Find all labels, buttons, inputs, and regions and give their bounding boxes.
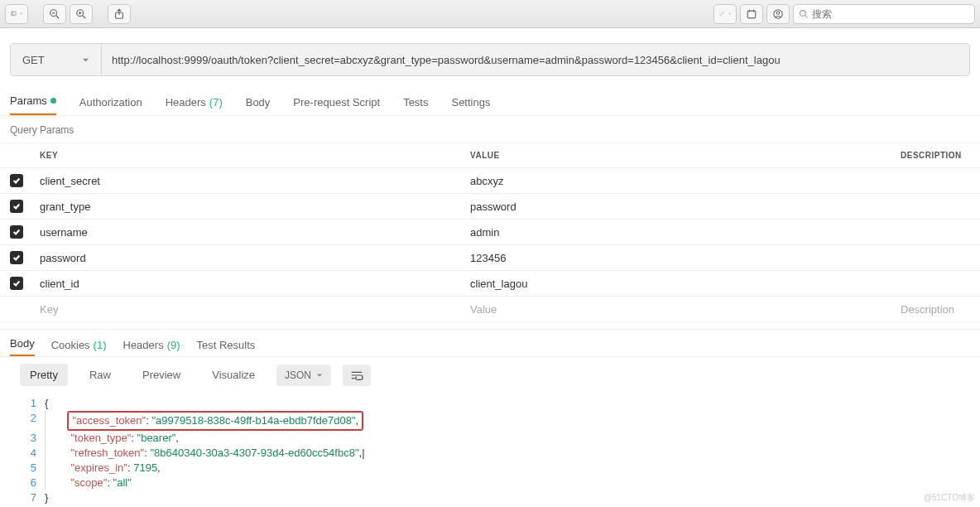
col-desc: DESCRIPTION: [894, 151, 980, 160]
table-row[interactable]: username admin: [0, 220, 980, 245]
table-row[interactable]: grant_type password: [0, 194, 980, 220]
svg-rect-0: [12, 12, 16, 16]
param-key[interactable]: username: [33, 226, 464, 239]
checkbox-icon[interactable]: [10, 277, 23, 290]
zoom-in-button[interactable]: [70, 4, 93, 24]
svg-line-3: [56, 15, 60, 18]
url-input[interactable]: [102, 44, 969, 75]
table-row-new[interactable]: Key Value Description: [0, 297, 980, 322]
browser-search-input[interactable]: [812, 8, 969, 20]
tab-body[interactable]: Body: [246, 96, 271, 115]
watermark: @51CTO博客: [924, 492, 975, 504]
tab-prerequest[interactable]: Pre-request Script: [293, 96, 380, 115]
param-key[interactable]: password: [33, 252, 464, 264]
tab-response-test-results[interactable]: Test Results: [197, 339, 256, 356]
tab-response-cookies[interactable]: Cookies (1): [51, 339, 107, 356]
tab-params[interactable]: Params: [10, 94, 56, 115]
format-preview-button[interactable]: Preview: [132, 364, 190, 386]
format-raw-button[interactable]: Raw: [79, 364, 121, 386]
query-params-table: KEY VALUE DESCRIPTION client_secret abcx…: [0, 142, 980, 322]
share-button[interactable]: [108, 4, 131, 24]
param-key[interactable]: grant_type: [33, 200, 464, 213]
tab-authorization[interactable]: Authorization: [79, 96, 142, 115]
checkbox-icon[interactable]: [10, 251, 23, 264]
table-row[interactable]: client_secret abcxyz: [0, 168, 980, 194]
desc-placeholder[interactable]: Description: [894, 303, 980, 316]
compose-button[interactable]: [713, 4, 737, 24]
param-value[interactable]: password: [464, 200, 894, 213]
table-row[interactable]: client_id client_lagou: [0, 271, 980, 297]
checkbox-icon[interactable]: [10, 225, 23, 239]
response-body-viewer[interactable]: 1{ 2 "access_token": "a9979518-838c-49ff…: [0, 393, 980, 505]
refresh-button[interactable]: [740, 4, 763, 24]
method-select[interactable]: GET: [11, 44, 102, 75]
checkbox-icon[interactable]: [10, 174, 23, 187]
request-bar: GET: [10, 43, 970, 76]
user-icon[interactable]: [766, 4, 790, 24]
dot-indicator-icon: [50, 98, 56, 104]
svg-line-6: [83, 15, 86, 18]
format-visualize-button[interactable]: Visualize: [202, 364, 265, 386]
tab-response-body[interactable]: Body: [10, 337, 35, 356]
param-value[interactable]: abcxyz: [464, 175, 894, 187]
query-params-title: Query Params: [0, 116, 980, 142]
tab-tests[interactable]: Tests: [403, 96, 428, 115]
search-icon: [799, 9, 809, 19]
tab-response-headers[interactable]: Headers (9): [123, 339, 180, 356]
svg-point-14: [800, 10, 806, 16]
key-placeholder[interactable]: Key: [33, 303, 464, 316]
wrap-lines-button[interactable]: [343, 365, 371, 386]
svg-rect-11: [747, 11, 756, 18]
chevron-down-icon: [316, 372, 323, 379]
chevron-down-icon: [82, 56, 89, 64]
request-section: GET: [0, 28, 980, 84]
tab-headers[interactable]: Headers (7): [166, 96, 223, 115]
response-tabs: Body Cookies (1) Headers (9) Test Result…: [0, 329, 980, 357]
param-key[interactable]: client_secret: [33, 175, 464, 187]
format-pretty-button[interactable]: Pretty: [20, 364, 68, 386]
param-value[interactable]: 123456: [464, 252, 894, 264]
table-row[interactable]: password 123456: [0, 245, 980, 271]
tab-settings[interactable]: Settings: [451, 96, 490, 115]
zoom-out-button[interactable]: [43, 4, 66, 24]
col-value: VALUE: [464, 151, 894, 160]
browser-toolbar: [0, 0, 980, 28]
svg-point-13: [776, 11, 780, 14]
param-key[interactable]: client_id: [33, 278, 464, 290]
format-language-select[interactable]: JSON: [276, 365, 331, 386]
wrap-lines-icon: [350, 369, 363, 381]
response-format-bar: Pretty Raw Preview Visualize JSON: [0, 357, 980, 393]
param-value[interactable]: admin: [464, 226, 894, 239]
method-label: GET: [22, 54, 45, 66]
col-key: KEY: [33, 151, 464, 160]
browser-search[interactable]: [793, 4, 975, 24]
table-header: KEY VALUE DESCRIPTION: [0, 143, 980, 168]
value-placeholder[interactable]: Value: [464, 303, 894, 316]
checkbox-icon[interactable]: [10, 200, 23, 213]
json-access-token: "a9979518-838c-49ff-b14a-ebdb7fde7d08": [151, 414, 355, 427]
svg-line-15: [805, 15, 808, 17]
param-value[interactable]: client_lagou: [464, 278, 894, 290]
sidebar-toggle-button[interactable]: [5, 4, 28, 24]
request-tabs: Params Authorization Headers (7) Body Pr…: [0, 88, 980, 116]
